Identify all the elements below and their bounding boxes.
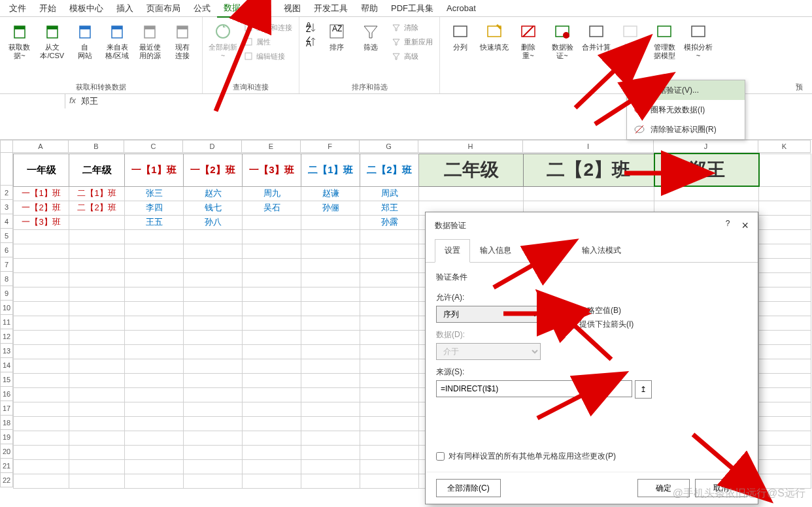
- cell[interactable]: [184, 330, 243, 344]
- cell[interactable]: [14, 402, 69, 416]
- cell[interactable]: [360, 272, 419, 287]
- cell[interactable]: [69, 244, 125, 258]
- cell[interactable]: [301, 287, 360, 301]
- cell[interactable]: 一年级: [14, 154, 69, 186]
- row-header[interactable]: 3: [0, 200, 13, 214]
- tab-settings[interactable]: 设置: [435, 239, 470, 263]
- ribbon-tab[interactable]: 开始: [33, 0, 63, 17]
- cell[interactable]: [301, 373, 360, 387]
- cell[interactable]: [243, 416, 301, 431]
- cell[interactable]: [759, 445, 811, 459]
- row-header[interactable]: 10: [0, 301, 13, 315]
- row-header[interactable]: 6: [0, 243, 13, 257]
- tab-error-alert[interactable]: 出错警告: [521, 239, 572, 262]
- sort-za-button[interactable]: ZA: [303, 35, 319, 48]
- cell[interactable]: [14, 229, 69, 244]
- cell[interactable]: [125, 416, 184, 431]
- cell[interactable]: 一【3】班: [14, 215, 69, 229]
- cell[interactable]: [759, 244, 811, 258]
- ribbon-small-button[interactable]: 编辑链接: [241, 50, 295, 63]
- cell[interactable]: [14, 272, 69, 287]
- cell[interactable]: 郑王: [360, 201, 419, 215]
- cell[interactable]: [301, 445, 360, 459]
- cell[interactable]: [524, 186, 654, 201]
- cell[interactable]: [759, 459, 811, 474]
- cell[interactable]: [759, 229, 811, 244]
- ribbon-tab[interactable]: 公式: [187, 0, 217, 17]
- formula-value[interactable]: 郑王: [81, 95, 98, 107]
- cell[interactable]: [301, 459, 360, 474]
- ignore-blank-checkbox[interactable]: [567, 306, 575, 315]
- cell[interactable]: [14, 258, 69, 272]
- cell[interactable]: [184, 402, 243, 416]
- cell[interactable]: [759, 330, 811, 344]
- cell[interactable]: [301, 258, 360, 272]
- cell[interactable]: 吴石: [243, 201, 301, 215]
- cell[interactable]: 孙八: [184, 215, 243, 229]
- cell[interactable]: [301, 229, 360, 244]
- cell[interactable]: [759, 215, 811, 229]
- apply-all-checkbox[interactable]: [436, 452, 445, 461]
- cell[interactable]: [69, 215, 125, 229]
- cell[interactable]: [184, 359, 243, 373]
- row-header[interactable]: 9: [0, 286, 13, 301]
- cell[interactable]: [69, 359, 125, 373]
- cell[interactable]: [184, 387, 243, 402]
- cell[interactable]: 一【2】班: [184, 154, 243, 186]
- cell[interactable]: [243, 344, 301, 359]
- cell[interactable]: [14, 416, 69, 431]
- ribbon-button[interactable]: 快速填充: [478, 20, 511, 61]
- cell[interactable]: [125, 244, 184, 258]
- cell[interactable]: [243, 272, 301, 287]
- cell[interactable]: [184, 287, 243, 301]
- cell[interactable]: [243, 387, 301, 402]
- cell[interactable]: [14, 373, 69, 387]
- cell[interactable]: [360, 402, 419, 416]
- cell[interactable]: [759, 186, 811, 201]
- cell[interactable]: [69, 287, 125, 301]
- row-header[interactable]: 22: [0, 473, 13, 487]
- row-header[interactable]: 11: [0, 315, 13, 329]
- cell[interactable]: [360, 416, 419, 431]
- cell[interactable]: [301, 474, 360, 488]
- cell[interactable]: [301, 416, 360, 431]
- cell[interactable]: 王五: [125, 215, 184, 229]
- cell[interactable]: [243, 215, 301, 229]
- cell[interactable]: [759, 316, 811, 330]
- cell[interactable]: [14, 459, 69, 474]
- row-header[interactable]: 21: [0, 459, 13, 473]
- cell[interactable]: 一【3】班: [243, 154, 301, 186]
- cell[interactable]: [301, 244, 360, 258]
- column-header[interactable]: J: [654, 140, 758, 153]
- cell[interactable]: [654, 186, 759, 201]
- cell[interactable]: [125, 359, 184, 373]
- cell[interactable]: 二【1】班: [301, 154, 360, 186]
- cell[interactable]: [360, 229, 419, 244]
- cell[interactable]: 周九: [243, 186, 301, 201]
- ribbon-button[interactable]: 获取数 据~: [4, 20, 35, 61]
- cell[interactable]: [14, 387, 69, 402]
- row-header[interactable]: 4: [0, 214, 13, 229]
- cell[interactable]: [184, 459, 243, 474]
- row-header[interactable]: 7: [0, 257, 13, 272]
- cell[interactable]: [759, 431, 811, 445]
- row-header[interactable]: 19: [0, 430, 13, 444]
- cell[interactable]: 郑王: [654, 154, 759, 186]
- cell[interactable]: 二年级: [69, 154, 125, 186]
- cell[interactable]: [125, 402, 184, 416]
- ribbon-tab[interactable]: PDF工具集: [384, 0, 440, 17]
- cell[interactable]: [14, 344, 69, 359]
- cell[interactable]: [243, 258, 301, 272]
- ribbon-button[interactable]: 删除 重~: [512, 20, 545, 61]
- cell[interactable]: 二【2】班: [524, 154, 654, 186]
- cell[interactable]: [243, 229, 301, 244]
- ribbon-tab[interactable]: 帮助: [354, 0, 384, 17]
- menu-clear-circles[interactable]: 清除验证标识圈(R): [627, 120, 745, 139]
- cell[interactable]: [184, 301, 243, 316]
- cell[interactable]: [125, 373, 184, 387]
- cell[interactable]: [14, 244, 69, 258]
- ribbon-button[interactable]: 自 网站: [69, 20, 101, 61]
- cell[interactable]: [243, 474, 301, 488]
- refresh-all-button[interactable]: 全部刷新 ~: [207, 20, 239, 63]
- cell[interactable]: 周武: [360, 186, 419, 201]
